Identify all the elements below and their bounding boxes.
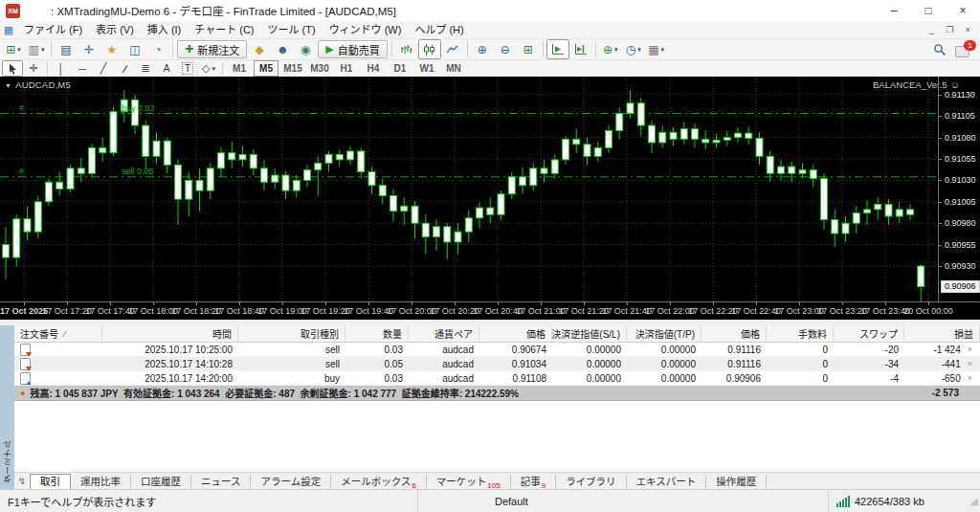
tab-experts[interactable]: エキスパート — [627, 475, 707, 489]
column-time[interactable]: 時間 — [102, 325, 238, 342]
mobile-trading-button[interactable]: ◉ — [294, 39, 317, 59]
tab-news[interactable]: ニュース — [191, 475, 251, 489]
shapes-button[interactable]: ◇▾ — [198, 60, 219, 77]
close-position-button[interactable]: × — [968, 345, 972, 354]
chart-restore-button[interactable]: ❐ — [942, 23, 958, 36]
tab-journal[interactable]: 操作履歴 — [706, 475, 767, 489]
terminal-button[interactable]: ◫ — [123, 39, 146, 59]
timeframe-w1-button[interactable]: W1 — [414, 60, 439, 77]
candlestick-chart-button[interactable] — [418, 39, 441, 59]
zoom-in-button[interactable]: ⊕ — [471, 39, 494, 59]
market-watch-button[interactable]: ▤ — [55, 39, 78, 59]
timeframe-h4-button[interactable]: H4 — [361, 60, 386, 77]
templates-button[interactable]: ▦▾ — [645, 39, 668, 59]
metaeditor-button[interactable]: ◆ — [248, 39, 271, 59]
search-icon — [933, 43, 947, 56]
tab-library[interactable]: ライブラリ — [556, 475, 627, 489]
chart-canvas[interactable] — [0, 77, 938, 301]
auto-trading-button[interactable]: ▶ 自動売買 — [318, 40, 387, 58]
menu-tools[interactable]: ツール (T) — [261, 21, 323, 38]
periods-button[interactable]: ◷▾ — [622, 39, 645, 59]
vertical-line-button[interactable]: │ — [51, 60, 72, 77]
timeframe-d1-button[interactable]: D1 — [388, 60, 412, 77]
chart-shift-icon — [574, 44, 587, 56]
column-commission[interactable]: 手数料 — [767, 325, 834, 342]
column-profit[interactable]: 損益 — [904, 325, 980, 342]
status-profile[interactable]: Default — [418, 490, 829, 512]
label-button[interactable]: T — [177, 60, 198, 77]
fibonacci-button[interactable]: ≣ — [135, 60, 156, 77]
bar-chart-button[interactable] — [395, 39, 418, 59]
auto-scroll-button[interactable] — [546, 39, 569, 59]
timeframe-h1-button[interactable]: H1 — [334, 60, 359, 77]
menu-file[interactable]: ファイル (F) — [17, 21, 89, 38]
tab-account-history[interactable]: 口座履歴 — [131, 475, 191, 489]
column-symbol[interactable]: 通貨ペア — [409, 325, 479, 342]
terminal-tab-strip: ↯ 取引 運用比率 口座履歴 ニュース アラーム設定 メールボックス6 マーケッ… — [14, 472, 980, 489]
timeframe-m5-button[interactable]: M5 — [254, 60, 278, 77]
column-swap[interactable]: スワップ — [834, 325, 904, 342]
strategy-tester-button[interactable]: ◔ — [146, 39, 169, 59]
menu-window[interactable]: ウィンドウ (W) — [323, 21, 409, 38]
tile-windows-button[interactable]: ⊞ — [517, 39, 540, 59]
new-order-button[interactable]: ✚ 新規注文 — [177, 40, 247, 58]
resize-grip[interactable]: ◢ — [970, 495, 980, 507]
tab-trade[interactable]: 取引 — [30, 474, 71, 489]
column-open-price[interactable]: 価格 — [479, 325, 552, 342]
cursor-button[interactable] — [2, 60, 23, 77]
close-button[interactable]: × — [946, 0, 980, 21]
community-button[interactable]: ☻ — [271, 39, 294, 59]
price-tick-label: 0.90930 — [945, 261, 976, 271]
timeframe-m30-button[interactable]: M30 — [307, 60, 332, 77]
price-axis[interactable]: 0.911300.911050.910800.910550.910300.910… — [938, 77, 980, 301]
time-axis[interactable]: 17 Oct 202517 Oct 17:2017 Oct 17:4017 Oc… — [0, 301, 980, 320]
chart-area[interactable]: #buy 0.03#sell 0.05 ▼AUDCAD,M5 BALANCEA_… — [0, 77, 980, 319]
column-tp[interactable]: 決済指値(T/P) — [627, 325, 702, 342]
navigator-button[interactable]: ★ — [100, 39, 123, 59]
minimize-button[interactable]: – — [877, 0, 911, 21]
close-position-button[interactable]: × — [968, 373, 972, 383]
tab-articles[interactable]: 記事9 — [511, 475, 556, 489]
tab-exposure[interactable]: 運用比率 — [71, 475, 131, 489]
search-button[interactable] — [928, 39, 951, 59]
zoom-out-button[interactable]: ⊖ — [494, 39, 517, 59]
crosshair-button[interactable]: ✛ — [23, 60, 44, 77]
menu-insert[interactable]: 挿入 (I) — [141, 21, 188, 38]
indicators-button[interactable]: ⊕▾ — [599, 39, 622, 59]
collapse-icon[interactable]: ▼ — [5, 82, 11, 89]
timeframe-m1-button[interactable]: M1 — [227, 60, 252, 77]
table-row[interactable]: 2025.10.17 10:25:00 sell 0.03 audcad 0.9… — [14, 343, 980, 357]
tab-market[interactable]: マーケット105 — [427, 475, 511, 489]
timeframe-m15-button[interactable]: M15 — [280, 60, 305, 77]
tab-mailbox[interactable]: メールボックス6 — [331, 475, 427, 489]
line-chart-button[interactable] — [441, 39, 464, 59]
table-row[interactable]: 2025.10.17 14:20:00 buy 0.03 audcad 0.91… — [14, 371, 980, 386]
column-order[interactable]: 注文番号∕ — [14, 325, 102, 342]
auto-scroll-icon — [551, 44, 564, 56]
data-window-button[interactable]: ✛ — [78, 39, 100, 59]
text-button[interactable]: A — [156, 60, 177, 77]
column-price[interactable]: 価格 — [702, 325, 767, 342]
chart-shift-button[interactable] — [569, 39, 592, 59]
column-type[interactable]: 取引種別 — [238, 325, 345, 342]
close-position-button[interactable]: × — [968, 359, 972, 368]
horizontal-line-button[interactable]: ─ — [72, 60, 93, 77]
menu-help[interactable]: ヘルプ (H) — [408, 21, 470, 38]
chart-symbol-label[interactable]: ▼AUDCAD,M5 — [5, 79, 71, 90]
column-sl[interactable]: 決済逆指値(S/L) — [552, 325, 627, 342]
trendline-button[interactable]: ╱ — [93, 60, 114, 77]
channel-button[interactable]: ∕∕ — [114, 60, 135, 77]
menu-view[interactable]: 表示 (V) — [89, 21, 141, 38]
table-row[interactable]: 2025.10.17 14:10:28 sell 0.05 audcad 0.9… — [14, 357, 980, 371]
column-volume[interactable]: 数量 — [345, 325, 409, 342]
timeframe-mn-button[interactable]: MN — [441, 60, 466, 77]
maximize-button[interactable]: □ — [911, 0, 946, 21]
terminal-vertical-label[interactable]: ターミナル — [0, 325, 14, 489]
notifications-button[interactable]: 1 — [955, 43, 972, 56]
menu-charts[interactable]: チャート (C) — [188, 21, 260, 38]
chart-close-button[interactable]: × — [960, 23, 976, 36]
chart-minimize-button[interactable]: _ — [924, 23, 940, 36]
profiles-button[interactable]: ▥▾ — [25, 39, 48, 59]
new-chart-button[interactable]: ⊞▾ — [2, 39, 25, 59]
tab-alerts[interactable]: アラーム設定 — [251, 475, 331, 489]
